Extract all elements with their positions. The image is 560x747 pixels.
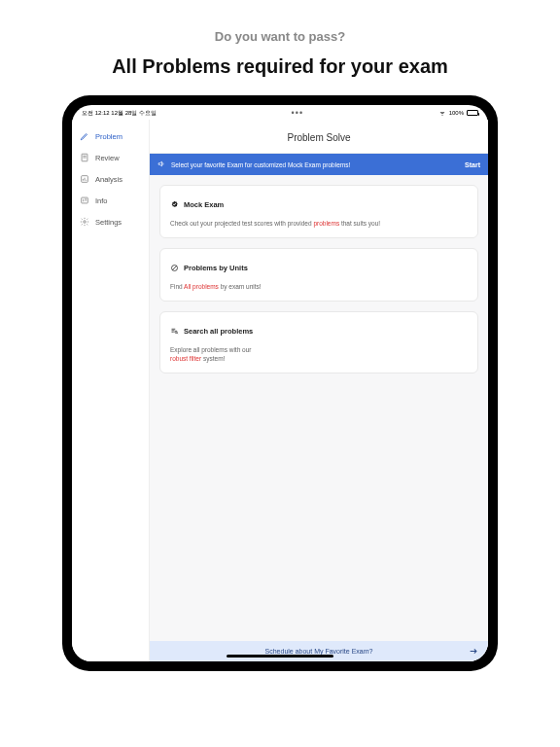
chart-icon (80, 174, 89, 184)
card-body: Find All problems by exam units! (170, 282, 468, 291)
marketing-title: All Problems required for your exam (112, 55, 448, 78)
sidebar-item-label: Info (95, 196, 108, 205)
status-date: 12월 28일 수요일 (111, 110, 157, 116)
card-title: Problems by Units (184, 264, 248, 272)
sidebar-item-label: Review (95, 154, 120, 162)
card-mock-exam[interactable]: Mock Exam Check out your projected test … (159, 185, 478, 238)
status-bar: 오전 12:12 12월 28일 수요일 ••• 100% (72, 105, 488, 120)
banner-text: Select your favorite Exam for customized… (171, 161, 350, 168)
card-problems-units[interactable]: Problems by Units Find All problems by e… (159, 248, 478, 302)
card-title: Search all problems (184, 327, 253, 336)
sidebar-item-label: Problem (95, 132, 122, 141)
banner-start-button[interactable]: Start (465, 161, 480, 168)
status-center-dots: ••• (292, 108, 303, 118)
sidebar-item-settings[interactable]: Settings (72, 211, 149, 232)
gear-icon (80, 217, 89, 227)
main-header: Problem Solve (150, 120, 488, 154)
svg-rect-7 (82, 197, 88, 203)
document-icon (80, 153, 89, 162)
sidebar-item-label: Settings (95, 218, 122, 227)
arrow-right-icon (469, 646, 478, 657)
card-title: Mock Exam (184, 200, 224, 209)
status-right: 100% (438, 109, 478, 118)
main-panel: Problem Solve Select your favorite Exam … (150, 120, 488, 661)
svg-point-11 (84, 221, 87, 224)
nosign-icon (170, 259, 179, 276)
battery-icon (467, 110, 478, 116)
page-title: Problem Solve (287, 132, 350, 143)
svg-line-13 (172, 266, 177, 270)
home-indicator (227, 655, 333, 658)
status-left: 오전 12:12 12월 28일 수요일 (82, 109, 157, 118)
svg-line-18 (177, 333, 178, 334)
schedule-banner[interactable]: Schedule about My Favorite Exam? (150, 641, 488, 661)
sidebar: Problem Review Analysis (72, 120, 150, 661)
checkbadge-icon (170, 196, 179, 213)
card-search-problems[interactable]: Search all problems Explore all problems… (159, 311, 478, 374)
sidebar-item-info[interactable]: Info (72, 190, 149, 211)
megaphone-icon (158, 160, 166, 169)
tablet-frame: 오전 12:12 12월 28일 수요일 ••• 100% Problem (62, 95, 498, 671)
tablet-screen: 오전 12:12 12월 28일 수요일 ••• 100% Problem (72, 105, 488, 661)
info-icon (80, 196, 89, 205)
sidebar-item-problem[interactable]: Problem (72, 125, 149, 147)
marketing-header: Do you want to pass? All Problems requir… (112, 0, 448, 95)
sidebar-item-review[interactable]: Review (72, 147, 149, 168)
sidebar-item-analysis[interactable]: Analysis (72, 168, 149, 190)
content-area: Mock Exam Check out your projected test … (150, 175, 488, 641)
card-body: Explore all problems with our robust fil… (170, 345, 468, 363)
wifi-icon (438, 109, 446, 118)
sidebar-item-label: Analysis (95, 175, 122, 184)
pencil-icon (80, 131, 89, 141)
marketing-subtitle: Do you want to pass? (112, 29, 448, 44)
battery-pct: 100% (449, 110, 464, 116)
schedule-banner-text: Schedule about My Favorite Exam? (265, 648, 373, 655)
app-body: Problem Review Analysis (72, 120, 488, 661)
search-list-icon (170, 322, 179, 339)
card-body: Check out your projected test scores wit… (170, 219, 468, 228)
promotion-banner[interactable]: Select your favorite Exam for customized… (150, 154, 488, 175)
status-time: 오전 12:12 (82, 110, 110, 116)
